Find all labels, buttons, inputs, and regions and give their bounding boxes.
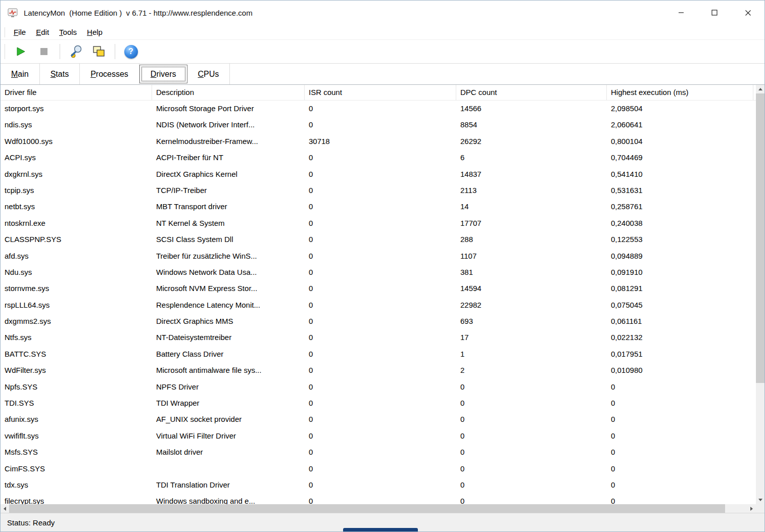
- column-header-dpc-count[interactable]: DPC count: [456, 85, 607, 100]
- help-button[interactable]: [122, 42, 140, 61]
- vertical-scroll-track[interactable]: [756, 93, 764, 496]
- table-cell: 0: [607, 493, 753, 504]
- column-header-isr-count[interactable]: ISR count: [305, 85, 456, 100]
- window: LatencyMon (Home Edition ) v 6.71 - http…: [0, 0, 765, 532]
- scroll-left-button[interactable]: [1, 504, 9, 513]
- tab-main[interactable]: Main: [1, 64, 40, 84]
- table-row[interactable]: TDI.SYSTDI Wrapper000: [1, 395, 756, 411]
- tab-drivers[interactable]: Drivers: [139, 65, 187, 83]
- table-cell: Virtual WiFi Filter Driver: [152, 428, 305, 444]
- vertical-scrollbar[interactable]: [756, 85, 764, 504]
- table-cell: stornvme.sys: [1, 280, 152, 297]
- table-cell: 0,094889: [607, 248, 753, 264]
- table-row[interactable]: WdFilter.sysMicrosoft antimalware file s…: [1, 362, 756, 378]
- table-row[interactable]: Ntfs.sysNT-Dateisystemtreiber0170,022132: [1, 329, 756, 346]
- processes-window-button[interactable]: [90, 42, 108, 61]
- column-header-driver-file[interactable]: Driver file: [1, 85, 152, 100]
- table-row[interactable]: Npfs.SYSNPFS Driver000: [1, 379, 756, 395]
- table-cell: 0: [305, 428, 456, 444]
- table-row[interactable]: ndis.sysNDIS (Network Driver Interf...08…: [1, 117, 756, 133]
- title-bar[interactable]: LatencyMon (Home Edition ) v 6.71 - http…: [1, 1, 764, 25]
- table-row[interactable]: Ndu.sysWindows Network Data Usa...03810,…: [1, 264, 756, 280]
- tab-stats[interactable]: Stats: [40, 64, 80, 84]
- table-row[interactable]: afunix.sysAF_UNIX socket provider000: [1, 411, 756, 427]
- table-row[interactable]: storport.sysMicrosoft Storage Port Drive…: [1, 101, 756, 117]
- stop-monitor-button[interactable]: [35, 42, 53, 61]
- horizontal-scroll-track[interactable]: [9, 504, 747, 513]
- scrollbar-corner: [756, 504, 764, 513]
- table-row[interactable]: afd.sysTreiber für zusätzliche WinS...01…: [1, 248, 756, 264]
- column-header-highest-execution[interactable]: Highest execution (ms): [607, 85, 753, 100]
- table-body: storport.sysMicrosoft Storage Port Drive…: [1, 101, 756, 504]
- table-row[interactable]: filecrypt.sysWindows sandboxing and e...…: [1, 493, 756, 504]
- horizontal-scrollbar[interactable]: [1, 504, 756, 513]
- menu-item-file[interactable]: File: [9, 26, 31, 38]
- table-cell: 2,060641: [607, 117, 753, 133]
- vertical-scroll-thumb[interactable]: [756, 93, 764, 383]
- table-row[interactable]: dxgkrnl.sysDirectX Graphics Kernel014837…: [1, 166, 756, 182]
- table-cell: Ndu.sys: [1, 264, 152, 280]
- table-cell: 0: [305, 150, 456, 166]
- maximize-icon: [711, 10, 718, 16]
- column-header-description[interactable]: Description: [152, 85, 305, 100]
- table-row[interactable]: BATTC.SYSBattery Class Driver010,017951: [1, 346, 756, 362]
- table-cell: 0: [305, 411, 456, 427]
- table-row[interactable]: tcpip.sysTCP/IP-Treiber021130,531631: [1, 182, 756, 199]
- tab-processes[interactable]: Processes: [80, 64, 139, 84]
- analyzer-icon: [69, 44, 83, 59]
- scroll-right-button[interactable]: [747, 504, 756, 513]
- table-cell: 0: [607, 428, 753, 444]
- table-cell: 2: [456, 362, 607, 378]
- table-cell: 14594: [456, 280, 607, 297]
- table-row[interactable]: dxgmms2.sysDirectX Graphics MMS06930,061…: [1, 313, 756, 329]
- table-row[interactable]: tdx.sysTDI Translation Driver000: [1, 477, 756, 493]
- table-cell: 0: [456, 379, 607, 395]
- horizontal-scroll-thumb[interactable]: [9, 504, 725, 513]
- table-row[interactable]: netbt.sysMBT Transport driver0140,258761: [1, 199, 756, 215]
- scroll-up-button[interactable]: [756, 85, 764, 93]
- table-cell: 0: [607, 477, 753, 493]
- status-text: Status: Ready: [7, 518, 55, 527]
- table-cell: 14837: [456, 166, 607, 182]
- table-cell: 0,081291: [607, 280, 753, 297]
- table-cell: 26292: [456, 133, 607, 150]
- table-cell: tcpip.sys: [1, 182, 152, 199]
- table-row[interactable]: Msfs.SYSMailslot driver000: [1, 444, 756, 460]
- table-row[interactable]: ACPI.sysACPI-Treiber für NT060,704469: [1, 150, 756, 166]
- table-row[interactable]: stornvme.sysMicrosoft NVM Express Stor..…: [1, 280, 756, 297]
- table-cell: 0: [456, 428, 607, 444]
- maximize-button[interactable]: [698, 1, 731, 25]
- table-cell: BATTC.SYS: [1, 346, 152, 362]
- table-row[interactable]: CimFS.SYS000: [1, 461, 756, 477]
- scroll-down-button[interactable]: [756, 496, 764, 504]
- close-button[interactable]: [731, 1, 764, 25]
- tab-cpus[interactable]: CPUs: [187, 64, 230, 84]
- menu-item-tools[interactable]: Tools: [54, 26, 82, 38]
- table-row[interactable]: vwififlt.sysVirtual WiFi Filter Driver00…: [1, 428, 756, 444]
- menu-item-help[interactable]: Help: [82, 26, 108, 38]
- table-cell: 0,022132: [607, 329, 753, 346]
- table-row[interactable]: CLASSPNP.SYSSCSI Class System Dll02880,1…: [1, 231, 756, 248]
- menu-bar: File Edit Tools Help: [1, 25, 764, 40]
- app-icon: [7, 7, 18, 18]
- table-cell: ACPI.sys: [1, 150, 152, 166]
- table-cell: [152, 461, 305, 477]
- table-cell: 0: [456, 461, 607, 477]
- menu-item-edit[interactable]: Edit: [31, 26, 54, 38]
- table-cell: Treiber für zusätzliche WinS...: [152, 248, 305, 264]
- table-cell: 14566: [456, 101, 607, 117]
- table-cell: MBT Transport driver: [152, 199, 305, 215]
- table-cell: 17707: [456, 215, 607, 231]
- analyzer-button[interactable]: [67, 42, 85, 61]
- minimize-button[interactable]: [664, 1, 698, 25]
- table-row[interactable]: rspLLL64.sysResplendence Latency Monit..…: [1, 297, 756, 313]
- table-cell: 0: [305, 329, 456, 346]
- table-cell: rspLLL64.sys: [1, 297, 152, 313]
- tool-bar: [1, 40, 764, 64]
- start-monitor-button[interactable]: [12, 42, 30, 61]
- table-row[interactable]: ntoskrnl.exeNT Kernel & System0177070,24…: [1, 215, 756, 231]
- table-cell: Mailslot driver: [152, 444, 305, 460]
- table-cell: Microsoft antimalware file sys...: [152, 362, 305, 378]
- table-row[interactable]: Wdf01000.sysKernelmodustreiber-Framew...…: [1, 133, 756, 150]
- table-cell: ndis.sys: [1, 117, 152, 133]
